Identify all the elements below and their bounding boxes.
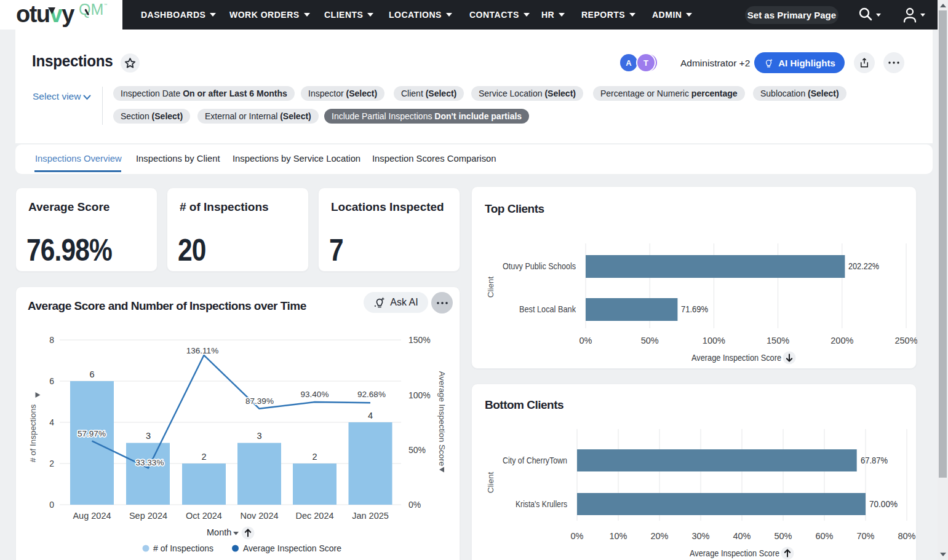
svg-text:3: 3 <box>146 431 151 441</box>
svg-text:6: 6 <box>49 376 54 386</box>
svg-text:20%: 20% <box>650 531 668 541</box>
svg-text:Client: Client <box>486 471 495 493</box>
svg-text:50%: 50% <box>641 336 659 345</box>
svg-text:202.22%: 202.22% <box>848 261 879 271</box>
svg-text:92.68%: 92.68% <box>357 390 386 399</box>
svg-text:0%: 0% <box>408 500 421 510</box>
svg-text:0%: 0% <box>571 531 584 541</box>
svg-text:Jan 2025: Jan 2025 <box>352 511 389 521</box>
svg-text:8: 8 <box>49 335 54 345</box>
svg-text:Nov 2024: Nov 2024 <box>240 511 278 521</box>
svg-text:3: 3 <box>257 431 261 441</box>
svg-text:2: 2 <box>49 459 54 468</box>
svg-text:10%: 10% <box>609 531 627 541</box>
svg-text:Month: Month <box>207 527 231 537</box>
svg-text:40%: 40% <box>733 531 751 541</box>
svg-text:Average Inspection Score: Average Inspection Score <box>690 548 779 558</box>
svg-text:200%: 200% <box>830 336 853 345</box>
svg-text:4: 4 <box>49 417 54 427</box>
svg-text:Average Inspection Score: Average Inspection Score <box>691 352 781 363</box>
svg-text:Average Inspection Score: Average Inspection Score <box>243 543 341 553</box>
svg-text:2: 2 <box>312 452 317 462</box>
svg-text:71.69%: 71.69% <box>681 304 708 314</box>
svg-text:80%: 80% <box>898 531 915 541</box>
svg-text:93.40%: 93.40% <box>301 390 329 399</box>
svg-text:136.11%: 136.11% <box>186 346 218 355</box>
svg-text:57.97%: 57.97% <box>78 429 106 438</box>
svg-text:6: 6 <box>89 369 94 379</box>
svg-text:50%: 50% <box>408 445 426 455</box>
svg-text:100%: 100% <box>703 336 725 345</box>
svg-text:Krista's Krullers: Krista's Krullers <box>516 499 567 509</box>
svg-text:87.39%: 87.39% <box>245 396 274 406</box>
svg-text:Otuvy Public Schools: Otuvy Public Schools <box>503 261 576 271</box>
svg-text:Best Local Bank: Best Local Bank <box>519 304 576 314</box>
svg-text:2: 2 <box>201 452 206 462</box>
svg-text:70.00%: 70.00% <box>869 499 898 509</box>
svg-text:33.33%: 33.33% <box>136 458 164 467</box>
svg-text:60%: 60% <box>815 531 833 541</box>
svg-text:50%: 50% <box>774 531 792 541</box>
svg-text:Average Inspection Score: Average Inspection Score <box>437 371 447 466</box>
svg-text:# of Inspections: # of Inspections <box>153 543 213 553</box>
svg-text:City of CherryTown: City of CherryTown <box>503 455 567 465</box>
svg-text:0: 0 <box>49 500 54 510</box>
svg-text:67.87%: 67.87% <box>861 455 888 465</box>
svg-text:70%: 70% <box>856 531 874 541</box>
svg-text:250%: 250% <box>894 336 917 345</box>
svg-text:150%: 150% <box>767 336 789 345</box>
svg-text:Aug 2024: Aug 2024 <box>73 511 111 521</box>
svg-text:30%: 30% <box>691 531 709 541</box>
svg-text:Client: Client <box>486 276 495 298</box>
svg-text:100%: 100% <box>408 390 431 400</box>
svg-text:# of Inspections: # of Inspections <box>28 404 38 462</box>
svg-text:4: 4 <box>368 411 373 420</box>
svg-text:150%: 150% <box>408 335 431 345</box>
svg-text:Sep 2024: Sep 2024 <box>129 511 167 521</box>
svg-text:Oct 2024: Oct 2024 <box>186 511 222 521</box>
svg-text:Dec 2024: Dec 2024 <box>295 511 333 521</box>
svg-text:0%: 0% <box>580 336 592 345</box>
